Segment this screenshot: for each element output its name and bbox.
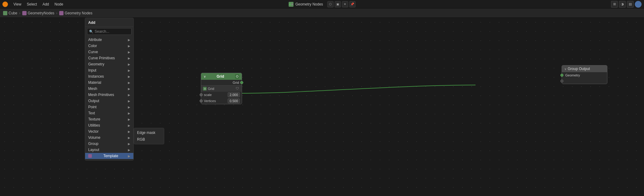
menu-item-label: Mesh Primitives (88, 93, 114, 97)
menu-item-volume[interactable]: Volume▶ (85, 135, 133, 141)
menu-item-label: Layout (88, 148, 99, 152)
grid-output-row: Grid (201, 80, 242, 85)
grid-vertices-socket[interactable] (200, 99, 203, 102)
menu-item-arrow-icon: ▶ (128, 154, 130, 158)
topbar: View Select Add Node Geometry Nodes ⬡ ▣ … (0, 0, 644, 9)
grid-subheader-label: Grid (208, 87, 214, 91)
menu-item-curve-primitives[interactable]: Curve Primitives▶ (85, 55, 133, 61)
search-box[interactable]: 🔍 Search... (87, 28, 132, 35)
user-avatar[interactable] (635, 1, 642, 8)
workspace-icon (289, 2, 294, 7)
breadcrumb-cube[interactable]: Cube (3, 11, 17, 15)
menu-view[interactable]: View (11, 1, 24, 7)
render-button[interactable]: ▣ (335, 1, 341, 7)
menu-item-arrow-icon: ▶ (128, 130, 130, 133)
grid-node-header: ∨ Grid ⬡ (201, 73, 242, 80)
menu-item-label: Curve Primitives (88, 56, 115, 60)
menu-item-point[interactable]: Point▶ (85, 104, 133, 110)
menu-select[interactable]: Select (24, 1, 39, 7)
grid-collapse-icon[interactable]: ∨ (204, 75, 206, 78)
menu-item-arrow-icon: ▶ (128, 44, 130, 48)
menu-item-label: Instances (88, 74, 104, 79)
group-output-node[interactable]: ∨ Group Output Geometry (562, 65, 607, 84)
close-button[interactable]: ✕ (342, 1, 348, 7)
menu-item-arrow-icon: ▶ (128, 87, 130, 91)
menu-item-curve[interactable]: Curve▶ (85, 49, 133, 55)
save-button[interactable]: ⬡ (327, 1, 333, 7)
menu-item-layout[interactable]: Layout▶ (85, 147, 133, 153)
menu-item-input[interactable]: Input▶ (85, 67, 133, 73)
menu-item-arrow-icon: ▶ (128, 69, 130, 72)
menu-item-attribute[interactable]: Attribute▶ (85, 37, 133, 43)
group-geometry-row: Geometry (562, 72, 607, 78)
search-input[interactable]: Search... (95, 29, 129, 34)
viewport-button[interactable]: ▤ (627, 1, 634, 8)
node-editor-canvas[interactable]: Add 🔍 Search... Attribute▶Color▶Curve▶Cu… (0, 18, 644, 196)
workspace-label: Geometry Nodes (295, 2, 323, 6)
menu-item-arrow-icon: ▶ (128, 93, 130, 97)
menu-item-output[interactable]: Output▶ (85, 98, 133, 104)
group-geometry-socket[interactable] (560, 74, 563, 77)
menu-item-group[interactable]: Group▶ (85, 141, 133, 147)
search-icon: 🔍 (89, 30, 93, 34)
menu-item-color[interactable]: Color▶ (85, 43, 133, 49)
menu-item-mesh[interactable]: Mesh▶ (85, 86, 133, 92)
menu-item-label: Utilities (88, 123, 100, 128)
grid-input-vertices: Vertices 0.500 (201, 98, 242, 104)
menu-add[interactable]: Add (40, 1, 51, 7)
menu-item-label: Template (103, 154, 118, 158)
menu-item-label: Attribute (88, 38, 102, 42)
submenu-rgb[interactable]: RGB (134, 136, 164, 143)
menu-item-label: Output (88, 99, 99, 103)
shield-icon[interactable]: 🛡 (236, 87, 240, 91)
menu-item-texture[interactable]: Texture▶ (85, 116, 133, 122)
menu-item-arrow-icon: ▶ (128, 38, 130, 42)
overlay-button[interactable]: ⊞ (611, 1, 618, 8)
menu-item-utilities[interactable]: Utilities▶ (85, 122, 133, 128)
menu-item-geometry[interactable]: Geometry▶ (85, 61, 133, 67)
topbar-actions: ⬡ ▣ ✕ 📌 (327, 1, 355, 7)
pin-button[interactable]: 📌 (349, 1, 355, 7)
grid-node-icon: ⬡ (235, 74, 239, 79)
menu-item-mesh-primitives[interactable]: Mesh Primitives▶ (85, 92, 133, 98)
menu-item-template[interactable]: Template▶ (85, 153, 133, 159)
blender-logo[interactable] (2, 2, 8, 7)
grid-output-socket[interactable] (240, 81, 243, 84)
menu-item-material[interactable]: Material▶ (85, 80, 133, 86)
add-menu-title: Add (85, 19, 133, 27)
menu-item-arrow-icon: ▶ (128, 105, 130, 109)
menu-item-label: Group (88, 142, 98, 146)
node-icon-1 (22, 11, 27, 15)
topbar-left: View Select Add Node (2, 1, 66, 7)
menu-item-arrow-icon: ▶ (128, 63, 130, 66)
menu-item-vector[interactable]: Vector▶ (85, 128, 133, 135)
breadcrumb-geometry-nodes-2-label: Geometry Nodes (65, 11, 92, 15)
breadcrumb-geometry-nodes-label: GeometryNodes (28, 11, 54, 15)
shading-button[interactable]: ◑ (619, 1, 626, 8)
menu-item-arrow-icon: ▶ (128, 148, 130, 152)
grid-node[interactable]: ∨ Grid ⬡ Grid ⊞ Grid 🛡 scale 2.000 Verti… (201, 73, 242, 104)
group-empty-socket[interactable] (560, 80, 563, 83)
grid-subheader: ⊞ Grid 🛡 (201, 85, 242, 92)
breadcrumb-geometry-nodes-2[interactable]: Geometry Nodes (59, 11, 92, 15)
svg-point-0 (289, 3, 291, 5)
group-geometry-label: Geometry (565, 73, 580, 77)
submenu-edge-mask[interactable]: Edge mask (134, 129, 164, 136)
menu-node[interactable]: Node (52, 1, 66, 7)
menu-item-text[interactable]: Text▶ (85, 110, 133, 116)
breadcrumb-geometry-nodes[interactable]: GeometryNodes (22, 11, 54, 15)
group-output-header: ∨ Group Output (562, 65, 607, 72)
grid-vertices-value[interactable]: 0.500 (228, 98, 240, 103)
grid-scale-socket[interactable] (200, 93, 203, 96)
grid-scale-value[interactable]: 2.000 (228, 92, 240, 97)
menu-item-arrow-icon: ▶ (128, 81, 130, 84)
topbar-right: ⊞ ◑ ▤ (611, 1, 642, 8)
grid-scale-label: scale (204, 93, 226, 97)
menu-item-label: Material (88, 80, 101, 85)
menu-item-label: Curve (88, 50, 98, 54)
menu-item-label: Point (88, 105, 96, 109)
menu-item-arrow-icon: ▶ (128, 75, 130, 78)
group-output-title: Group Output (568, 67, 590, 71)
topbar-center: Geometry Nodes ⬡ ▣ ✕ 📌 (289, 1, 356, 7)
menu-item-instances[interactable]: Instances▶ (85, 73, 133, 80)
